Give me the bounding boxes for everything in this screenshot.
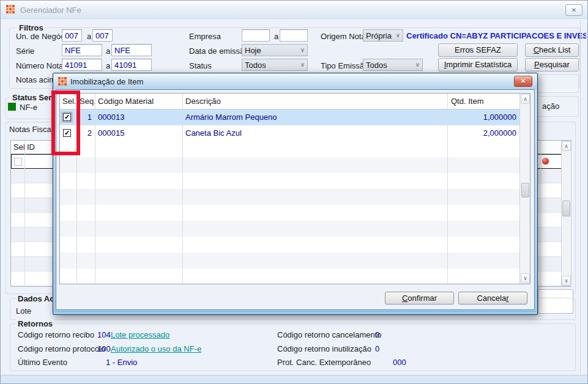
serie-sep: a <box>106 46 110 56</box>
column-divider <box>182 94 183 284</box>
empresa-label: Empresa <box>189 32 221 41</box>
item-table-header: Sel. Seq. Código Material Descrição Qtd.… <box>60 94 520 109</box>
pesquisar-button[interactable]: Pesquisar <box>525 58 579 72</box>
ultimo-evento-value: 1 - Envio <box>106 358 137 367</box>
item-table: Sel. Seq. Código Material Descrição Qtd.… <box>59 93 530 284</box>
certificado-text: Certificado CN=ABYZ PARTICIPACOES E INVE… <box>406 31 586 40</box>
main-titlebar: Gerenciador NFe ✕ <box>1 1 587 19</box>
column-divider <box>447 94 448 284</box>
filtros-group-label: Filtros <box>17 23 45 32</box>
chevron-down-icon: ∨ <box>415 61 420 68</box>
item-row[interactable]: ✓ 2 000015 Caneta Bic Azul 2,000000 <box>60 125 520 141</box>
retorno-cancelamento-label: Código retorno cancelamento <box>277 330 382 339</box>
dialog-table-scrollbar[interactable]: ∧ ∨ <box>519 94 530 284</box>
col-codigo-header: Código Material <box>95 94 182 109</box>
column-divider <box>24 141 25 286</box>
app-icon <box>6 5 15 14</box>
status-servico-group-label: Status Ser <box>10 93 53 102</box>
retorno-recibo-code: 104 <box>97 330 111 339</box>
col-sel-header: Sel <box>13 142 25 152</box>
table-row[interactable] <box>60 173 520 189</box>
numero-nota-sep: a <box>106 61 110 70</box>
retorno-protocolo-label: Código retorno protocolo <box>18 344 105 353</box>
table-row[interactable] <box>60 253 520 268</box>
dialog-close-button[interactable]: ✕ <box>514 76 532 87</box>
chevron-down-icon: ∨ <box>396 32 400 39</box>
empresa-to-input[interactable] <box>280 29 308 42</box>
window-bottom-band <box>1 375 587 384</box>
un-negocio-sep: a <box>87 32 91 41</box>
dialog-app-icon <box>58 77 67 86</box>
lote-label: Lote <box>16 306 31 316</box>
table-row[interactable] <box>60 141 520 157</box>
cancelar-button[interactable]: Cancelar <box>458 292 527 305</box>
retorno-protocolo-code: 100 <box>97 344 111 353</box>
origem-nota-select[interactable]: Própria ∨ <box>363 29 403 42</box>
table-row[interactable] <box>60 237 520 253</box>
main-close-button[interactable]: ✕ <box>565 4 582 16</box>
imprimir-estatistica-button[interactable]: Imprimir Estatística <box>438 58 518 72</box>
confirmar-button[interactable]: Confirmar <box>385 292 454 305</box>
dialog-titlebar[interactable]: Imobilização de Item ✕ <box>53 73 537 89</box>
scroll-up-icon[interactable]: ∧ <box>562 141 571 151</box>
col-id-header: ID <box>27 142 35 152</box>
item-row[interactable]: ✓ 1 000013 Armário Marrom Pequeno 1,0000… <box>60 109 520 125</box>
imobilizacao-dialog: Imobilização de Item ✕ Sel. Seq. Código … <box>53 73 538 315</box>
chevron-down-icon: ∨ <box>300 61 305 68</box>
column-divider <box>540 141 541 286</box>
column-divider <box>95 94 95 284</box>
scroll-down-icon[interactable]: ∨ <box>562 276 571 286</box>
check-list-button[interactable]: Check List <box>525 43 579 57</box>
retorno-protocolo-link[interactable]: Autorizado o uso da NF-e <box>111 344 201 353</box>
table-row[interactable] <box>60 157 520 173</box>
empresa-from-input[interactable] <box>242 29 270 42</box>
scroll-up-icon[interactable]: ∧ <box>521 94 530 104</box>
dialog-title: Imobilização de Item <box>70 77 143 86</box>
grid-vertical-scrollbar[interactable]: ∧ ∨ <box>561 141 571 286</box>
ultimo-evento-label: Último Evento <box>18 358 67 367</box>
chevron-down-icon: ∨ <box>300 46 305 53</box>
table-row[interactable] <box>60 205 520 221</box>
retorno-inutilizacao-label: Código retorno inutilização <box>277 344 371 353</box>
row-checkbox[interactable] <box>14 158 22 166</box>
un-negocio-from-input[interactable] <box>62 29 82 42</box>
scroll-down-icon[interactable]: ∨ <box>521 273 530 283</box>
tipo-emissao-select[interactable]: Todos ∨ <box>363 59 423 71</box>
dialog-client-area: Sel. Seq. Código Material Descrição Qtd.… <box>56 89 535 310</box>
col-qtd-header: Qtd. Item <box>447 94 520 109</box>
origem-nota-label: Origem Nota <box>321 32 366 41</box>
numero-nota-to-input[interactable] <box>111 59 152 71</box>
notas-fiscais-panel-label: Notas Fiscais <box>9 125 57 134</box>
serie-to-input[interactable] <box>111 44 152 56</box>
main-window: Gerenciador NFe ✕ Filtros Un. de Negócio… <box>0 0 588 384</box>
retornos-group-label: Retornos <box>16 319 54 328</box>
dialog-bottom-accent <box>54 311 536 312</box>
window-right-edge <box>580 20 581 374</box>
numero-nota-from-input[interactable] <box>62 59 102 71</box>
col-descricao-header: Descrição <box>182 94 447 109</box>
nfe-status-legend-icon <box>8 103 16 111</box>
dados-adicionais-group-label: Dados Ad <box>16 294 56 303</box>
status-select[interactable]: Todos ∨ <box>242 59 308 71</box>
erros-sefaz-button[interactable]: Erros SEFAZ <box>438 43 518 57</box>
serie-label: Série <box>16 46 34 56</box>
right-partial-label: ação <box>542 102 559 111</box>
un-negocio-to-input[interactable] <box>92 29 113 42</box>
retorno-recibo-label: Código retorno recibo <box>18 330 94 339</box>
window-title: Gerenciador NFe <box>20 6 81 15</box>
empresa-sep: a <box>274 32 278 41</box>
scrollbar-thumb[interactable] <box>521 183 529 198</box>
data-emissao-label: Data de emissão <box>189 46 249 56</box>
annotation-rectangle <box>51 90 80 155</box>
numero-nota-label: Número Nota <box>16 61 63 70</box>
data-emissao-select[interactable]: Hoje ∨ <box>242 44 308 56</box>
prot-canc-label: Prot. Canc. Extemporâneo <box>277 358 371 367</box>
prot-canc-value: 000 <box>393 358 406 367</box>
table-row[interactable] <box>60 268 520 284</box>
retorno-inutilizacao-value: 0 <box>375 344 379 353</box>
serie-from-input[interactable] <box>62 44 102 56</box>
scrollbar-thumb[interactable] <box>562 201 570 216</box>
table-row[interactable] <box>60 221 520 237</box>
table-row[interactable] <box>60 189 520 205</box>
retorno-recibo-link[interactable]: Lote processado <box>111 330 169 339</box>
